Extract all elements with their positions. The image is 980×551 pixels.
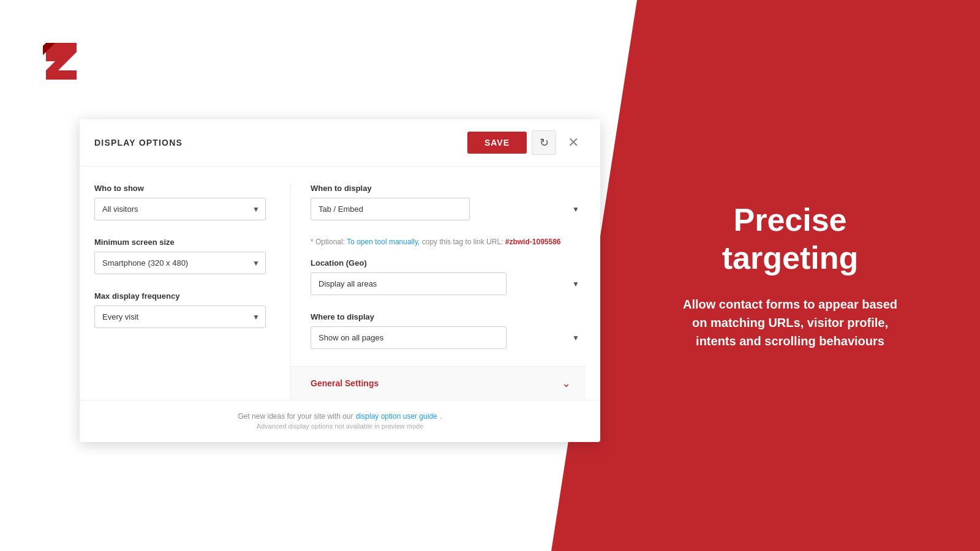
when-to-display-label: When to display: [311, 184, 586, 193]
modal-footer: Get new ideas for your site with our dis…: [80, 400, 600, 442]
where-to-display-label: Where to display: [311, 312, 586, 321]
min-screen-size-label: Minimum screen size: [94, 238, 266, 247]
optional-rest: copy this tag to link URL:: [422, 238, 503, 246]
location-geo-label: Location (Geo): [311, 258, 586, 268]
footer-period: .: [440, 412, 442, 421]
location-geo-wrapper: Display all areas United States Europe A…: [311, 272, 586, 295]
right-panel: Precise targeting Allow contact forms to…: [564, 0, 980, 551]
tag-value: #zbwid-1095586: [505, 238, 561, 246]
where-to-display-arrow-icon: ▼: [572, 334, 579, 342]
max-display-frequency-select[interactable]: Every visit Once per day Once per week O…: [94, 305, 266, 328]
optional-link[interactable]: To open tool manually,: [347, 238, 420, 246]
who-to-show-label: Who to show: [94, 184, 266, 193]
where-to-display-select[interactable]: Show on all pages Home page only Custom …: [311, 326, 507, 349]
chevron-down-icon: ⌄: [562, 377, 571, 390]
location-geo-select[interactable]: Display all areas United States Europe A…: [311, 272, 507, 295]
max-display-frequency-label: Max display frequency: [94, 291, 266, 301]
where-to-display-group: Where to display Show on all pages Home …: [311, 312, 586, 349]
when-to-display-arrow-icon: ▼: [572, 205, 579, 214]
modal-body: Who to show All visitors New visitors Re…: [80, 167, 600, 400]
who-to-show-group: Who to show All visitors New visitors Re…: [94, 184, 266, 220]
footer-link[interactable]: display option user guide: [356, 412, 437, 421]
who-to-show-wrapper: All visitors New visitors Returning visi…: [94, 198, 266, 220]
optional-note: * Optional: To open tool manually, copy …: [311, 238, 586, 246]
when-to-display-select[interactable]: Tab / Embed On load On exit On scroll On…: [311, 198, 470, 220]
modal-title: DISPLAY OPTIONS: [94, 138, 183, 148]
refresh-icon: ↻: [540, 136, 549, 149]
general-settings-accordion[interactable]: General Settings ⌄: [291, 366, 586, 400]
min-screen-size-wrapper: Smartphone (320 x 480) Tablet (768 x 102…: [94, 252, 266, 274]
general-settings-label: General Settings: [311, 378, 379, 388]
right-column: When to display Tab / Embed On load On e…: [290, 184, 586, 400]
left-column: Who to show All visitors New visitors Re…: [94, 184, 266, 400]
when-to-display-wrapper: Tab / Embed On load On exit On scroll On…: [311, 198, 586, 220]
close-button[interactable]: ✕: [561, 130, 586, 155]
footer-main-text: Get new ideas for your site with our dis…: [94, 410, 586, 421]
max-display-frequency-wrapper: Every visit Once per day Once per week O…: [94, 305, 266, 328]
location-geo-arrow-icon: ▼: [572, 280, 579, 288]
min-screen-size-select[interactable]: Smartphone (320 x 480) Tablet (768 x 102…: [94, 252, 266, 274]
logo: [37, 37, 86, 88]
close-icon: ✕: [568, 135, 579, 151]
footer-prefix: Get new ideas for your site with our: [238, 412, 353, 421]
headline: Precise targeting: [722, 201, 858, 277]
right-subtext: Allow contact forms to appear based on m…: [674, 295, 907, 350]
location-geo-group: Location (Geo) Display all areas United …: [311, 258, 586, 295]
refresh-button[interactable]: ↻: [532, 130, 556, 155]
min-screen-size-group: Minimum screen size Smartphone (320 x 48…: [94, 238, 266, 274]
modal-header: DISPLAY OPTIONS SAVE ↻ ✕: [80, 119, 600, 167]
when-to-display-group: When to display Tab / Embed On load On e…: [311, 184, 586, 220]
max-display-frequency-group: Max display frequency Every visit Once p…: [94, 291, 266, 328]
where-to-display-wrapper: Show on all pages Home page only Custom …: [311, 326, 586, 349]
optional-prefix: * Optional:: [311, 238, 345, 246]
who-to-show-select[interactable]: All visitors New visitors Returning visi…: [94, 198, 266, 220]
header-actions: SAVE ↻ ✕: [467, 130, 586, 155]
footer-subtext: Advanced display options not available i…: [94, 422, 586, 430]
save-button[interactable]: SAVE: [467, 132, 527, 154]
display-options-modal: DISPLAY OPTIONS SAVE ↻ ✕ Who to show All…: [80, 119, 600, 442]
